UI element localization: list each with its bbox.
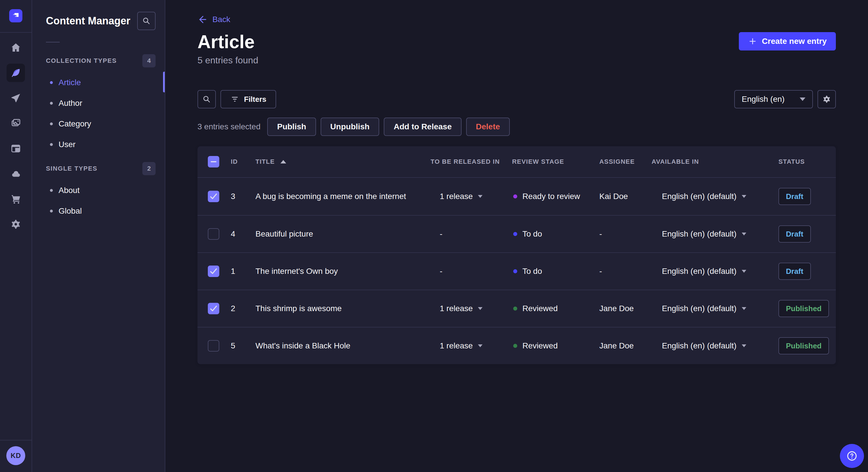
cell-available-in[interactable]: English (en) (default)	[652, 341, 778, 350]
status-badge: Draft	[778, 188, 811, 205]
table-row: 1The internet's Own boy-To do-English (e…	[197, 252, 836, 290]
sidebar-item-label: Article	[59, 78, 81, 87]
cell-release[interactable]: 1 release	[431, 304, 512, 313]
sidebar-item-article[interactable]: Article	[32, 72, 165, 93]
rail-bottom-divider	[0, 440, 32, 440]
unpublish-button[interactable]: Unpublish	[321, 117, 379, 136]
sidebar-item-label: Author	[59, 99, 82, 108]
cell-assignee: Jane Doe	[599, 341, 652, 350]
locale-label: English (en) (default)	[662, 341, 737, 350]
bullet-icon	[50, 189, 53, 192]
cell-available-in[interactable]: English (en) (default)	[652, 229, 778, 239]
release-label: 1 release	[440, 304, 473, 313]
cell-review-stage: To do	[512, 229, 599, 239]
delete-button[interactable]: Delete	[466, 117, 510, 136]
strapi-logo[interactable]	[9, 9, 22, 22]
column-header-release[interactable]: TO BE RELEASED IN	[431, 158, 512, 165]
cell-status: Published	[778, 337, 836, 355]
bullet-icon	[50, 102, 53, 105]
help-button[interactable]	[840, 444, 864, 468]
locale-select-value: English (en)	[742, 95, 784, 104]
add-to-release-button[interactable]: Add to Release	[384, 117, 461, 136]
row-checkbox[interactable]	[208, 340, 219, 351]
releases-icon[interactable]	[7, 89, 25, 107]
stage-label: Reviewed	[522, 304, 558, 313]
home-icon[interactable]	[7, 38, 25, 57]
cell-title: The internet's Own boy	[255, 267, 431, 276]
search-button[interactable]	[137, 12, 156, 30]
row-checkbox[interactable]	[208, 266, 219, 277]
filters-button[interactable]: Filters	[220, 90, 276, 108]
table-row: 4Beautiful picture-To do-English (en) (d…	[197, 215, 836, 252]
collection-types-section: COLLECTION TYPES 4 Article Author Catego…	[32, 54, 165, 155]
sidebar-item-label: About	[59, 186, 80, 195]
panel-divider	[46, 42, 60, 42]
stage-label: To do	[522, 229, 542, 239]
cell-release[interactable]: 1 release	[431, 192, 512, 201]
plus-icon	[748, 37, 757, 46]
column-header-assignee[interactable]: ASSIGNEE	[599, 158, 652, 165]
cell-available-in[interactable]: English (en) (default)	[652, 192, 778, 201]
filter-icon	[230, 95, 239, 104]
cell-assignee: Jane Doe	[599, 304, 652, 313]
column-header-title[interactable]: TITLE	[255, 158, 431, 165]
cell-title: This shrimp is awesome	[255, 304, 431, 313]
row-checkbox[interactable]	[208, 191, 219, 202]
avatar[interactable]: KD	[6, 446, 25, 465]
sidebar-item-label: User	[59, 140, 75, 149]
filters-label: Filters	[244, 95, 267, 104]
locale-label: English (en) (default)	[662, 304, 737, 313]
content-manager-icon[interactable]	[7, 64, 25, 82]
list-settings-button[interactable]	[817, 90, 836, 108]
marketplace-icon[interactable]	[7, 190, 25, 208]
cell-id: 1	[231, 267, 255, 276]
cell-release[interactable]: 1 release	[431, 341, 512, 350]
section-label: COLLECTION TYPES	[46, 57, 117, 65]
chevron-down-icon	[742, 344, 746, 347]
column-header-id[interactable]: ID	[231, 158, 255, 165]
status-badge: Published	[778, 300, 829, 317]
sidebar-item-global[interactable]: Global	[32, 201, 165, 222]
search-entries-button[interactable]	[197, 90, 216, 108]
sidebar-item-about[interactable]: About	[32, 180, 165, 201]
cell-available-in[interactable]: English (en) (default)	[652, 304, 778, 313]
column-header-status[interactable]: STATUS	[778, 158, 836, 165]
strapi-logo-glyph	[9, 9, 22, 22]
table-row: 3A bug is becoming a meme on the interne…	[197, 178, 836, 215]
create-new-entry-button[interactable]: Create new entry	[739, 32, 836, 50]
row-checkbox[interactable]	[208, 228, 219, 240]
sidebar-item-label: Category	[59, 119, 91, 129]
settings-icon[interactable]	[7, 215, 25, 233]
sidebar-item-category[interactable]: Category	[32, 113, 165, 134]
row-checkbox[interactable]	[208, 303, 219, 314]
cell-assignee: -	[599, 267, 652, 276]
column-header-review-stage[interactable]: REVIEW STAGE	[512, 158, 599, 165]
sidebar-item-author[interactable]: Author	[32, 93, 165, 113]
locale-select[interactable]: English (en)	[734, 90, 813, 108]
add-to-release-label: Add to Release	[394, 122, 452, 131]
cell-review-stage: Reviewed	[512, 341, 599, 350]
sidebar-item-user[interactable]: User	[32, 134, 165, 155]
publish-button[interactable]: Publish	[267, 117, 316, 136]
question-icon	[846, 450, 858, 462]
content-type-builder-icon[interactable]	[7, 139, 25, 158]
chevron-down-icon	[478, 195, 483, 198]
media-library-icon[interactable]	[7, 114, 25, 133]
delete-label: Delete	[476, 122, 500, 131]
cell-title: A bug is becoming a meme on the internet	[255, 192, 431, 201]
section-badge: 2	[143, 162, 156, 175]
cloud-icon[interactable]	[7, 165, 25, 183]
chevron-down-icon	[742, 233, 746, 235]
stage-label: Ready to review	[522, 192, 580, 201]
stage-dot	[513, 194, 517, 198]
cell-available-in[interactable]: English (en) (default)	[652, 267, 778, 276]
select-all-checkbox[interactable]	[208, 156, 219, 167]
column-header-available-in[interactable]: AVAILABLE IN	[652, 158, 778, 165]
cell-release: -	[431, 229, 512, 239]
entries-table: ID TITLE TO BE RELEASED IN REVIEW STAGE …	[197, 146, 836, 364]
rail-nav	[3, 35, 28, 237]
toolbar: Filters English (en)	[197, 90, 836, 108]
entries-count: 5 entries found	[197, 53, 258, 67]
back-link[interactable]: Back	[197, 14, 230, 25]
cell-id: 4	[231, 229, 255, 239]
